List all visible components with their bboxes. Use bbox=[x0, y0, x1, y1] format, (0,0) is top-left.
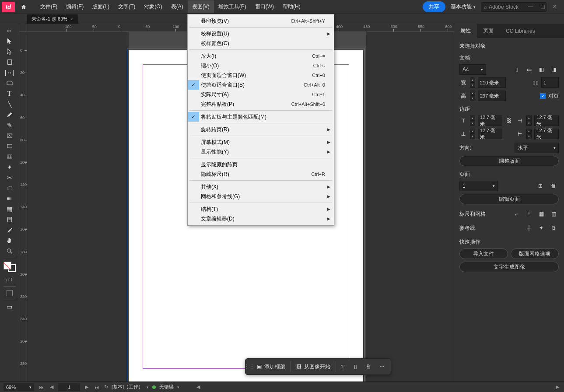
drag-handle-icon[interactable]: ⋮⋮ bbox=[247, 364, 252, 370]
type-tool[interactable]: T bbox=[3, 89, 17, 98]
place-icon-button[interactable]: ⎘ bbox=[362, 361, 374, 372]
binding-right-icon[interactable]: ◨ bbox=[548, 64, 559, 75]
gradient-swatch-tool[interactable] bbox=[3, 194, 17, 203]
margin-top-input[interactable]: 12.7 毫米 bbox=[478, 116, 502, 126]
menu-proof-setup[interactable]: 校样设置(U)▶ bbox=[188, 29, 334, 38]
menu-file[interactable]: 文件(F) bbox=[36, 0, 62, 13]
open-recent-icon[interactable]: ↻ bbox=[104, 384, 108, 390]
more-icon-button[interactable]: ⋯ bbox=[375, 361, 389, 372]
tab-properties[interactable]: 属性 bbox=[454, 24, 477, 38]
menu-structure[interactable]: 结构(T)▶ bbox=[188, 204, 334, 214]
note-tool[interactable] bbox=[3, 215, 17, 224]
menu-match-pasteboard[interactable]: ✓将粘贴板与主题颜色匹配(M) bbox=[188, 112, 334, 122]
gradient-feather-tool[interactable]: ▦ bbox=[3, 204, 17, 214]
toolbox-collapse-icon[interactable]: ▸▸ bbox=[3, 26, 17, 35]
chevron-down-icon[interactable]: ▾ bbox=[147, 385, 149, 389]
page-preset-select[interactable]: A4▾ bbox=[459, 64, 486, 75]
import-file-button[interactable]: 导入文件 bbox=[459, 248, 508, 259]
width-input[interactable]: 210 毫米 bbox=[478, 77, 506, 88]
menu-overprint-preview[interactable]: 叠印预览(V)Ctrl+Alt+Shift+Y bbox=[188, 16, 334, 26]
page-icon-button[interactable]: ▯ bbox=[350, 361, 361, 372]
link-margins-icon[interactable]: ⛓ bbox=[505, 118, 514, 124]
margin-left-input[interactable]: 12.7 毫米 bbox=[534, 116, 559, 126]
menu-display-performance[interactable]: 显示性能(Y)▶ bbox=[188, 147, 334, 157]
height-spinner[interactable]: ▴▾ bbox=[470, 91, 475, 101]
delete-page-icon[interactable]: 🗑 bbox=[548, 181, 559, 191]
chevron-down-icon[interactable]: ▾ bbox=[177, 385, 179, 389]
menu-grids-guides[interactable]: 网格和参考线(G)▶ bbox=[188, 192, 334, 201]
baseline-grid-icon[interactable]: ≡ bbox=[524, 209, 534, 219]
new-page-icon[interactable]: ⊞ bbox=[535, 181, 546, 191]
binding-left-icon[interactable]: ◧ bbox=[536, 64, 546, 75]
from-image-button[interactable]: 🖼 从图像开始 bbox=[292, 360, 335, 373]
ruler-origin[interactable] bbox=[19, 24, 27, 32]
facing-pages-checkbox[interactable]: ✓ bbox=[540, 93, 546, 99]
page-number-input[interactable]: 1 bbox=[58, 383, 80, 391]
close-tab-icon[interactable]: × bbox=[71, 16, 74, 21]
margin-left-spinner[interactable]: ▴▾ bbox=[526, 116, 532, 126]
menu-zoom-in[interactable]: 放大(I)Ctrl+= bbox=[188, 51, 334, 61]
snap-icon[interactable]: ⧉ bbox=[548, 223, 559, 233]
guides-toggle-icon[interactable]: ┼ bbox=[524, 223, 534, 233]
menu-type[interactable]: 文字(T) bbox=[114, 0, 140, 13]
menu-table[interactable]: 表(A) bbox=[167, 0, 188, 13]
menu-extras[interactable]: 其他(X)▶ bbox=[188, 182, 334, 192]
scissors-tool[interactable]: ✂ bbox=[3, 173, 17, 182]
menu-fit-page[interactable]: 使页面适合窗口(W)Ctrl+0 bbox=[188, 70, 334, 80]
pen-tool[interactable] bbox=[3, 110, 17, 119]
apply-color-icon[interactable] bbox=[3, 288, 17, 298]
menu-rotate-spread[interactable]: 旋转跨页(R)▶ bbox=[188, 125, 334, 134]
fill-stroke-swatch[interactable] bbox=[4, 262, 16, 272]
menu-hide-rulers[interactable]: 隐藏标尺(R)Ctrl+R bbox=[188, 169, 334, 179]
menu-layout[interactable]: 版面(L) bbox=[88, 0, 114, 13]
edit-pages-button[interactable]: 编辑页面 bbox=[459, 194, 559, 204]
preflight-status-label[interactable]: 无错误 bbox=[159, 384, 174, 390]
width-spinner[interactable]: ▴▾ bbox=[470, 77, 475, 88]
margin-right-input[interactable]: 12.7 毫米 bbox=[534, 129, 559, 139]
orientation-landscape-icon[interactable]: ▭ bbox=[524, 64, 534, 75]
text-to-image-tool[interactable]: ✦ bbox=[3, 162, 17, 172]
orientation-portrait-icon[interactable]: ▯ bbox=[511, 64, 522, 75]
zoom-level-select[interactable]: 69%▾ bbox=[4, 383, 34, 391]
scroll-left-button[interactable]: ◀ bbox=[195, 384, 201, 390]
selection-tool[interactable] bbox=[3, 36, 17, 46]
formatting-container-icon[interactable]: □ T bbox=[3, 275, 17, 284]
maximize-button[interactable]: ▢ bbox=[540, 4, 547, 10]
height-input[interactable]: 297 毫米 bbox=[478, 91, 506, 101]
smart-guides-icon[interactable]: ✦ bbox=[536, 223, 546, 233]
direct-selection-tool[interactable] bbox=[3, 47, 17, 56]
margin-right-spinner[interactable]: ▴▾ bbox=[526, 129, 532, 139]
menu-edit[interactable]: 编辑(E) bbox=[62, 0, 88, 13]
prev-page-button[interactable]: ◀ bbox=[49, 384, 55, 390]
menu-show-hidden-spreads[interactable]: 显示隐藏的跨页 bbox=[188, 160, 334, 169]
menu-entire-pasteboard[interactable]: 完整粘贴板(P)Ctrl+Alt+Shift+0 bbox=[188, 99, 334, 109]
first-page-button[interactable]: ⏮ bbox=[38, 385, 45, 390]
orientation-select[interactable]: 水平▾ bbox=[515, 143, 559, 153]
next-page-button[interactable]: ▶ bbox=[84, 384, 90, 390]
margin-top-spinner[interactable]: ▴▾ bbox=[470, 116, 475, 126]
layout-grid-icon[interactable]: ▥ bbox=[548, 209, 559, 219]
gap-tool[interactable]: |↔| bbox=[3, 68, 17, 77]
menu-view[interactable]: 视图(V) bbox=[188, 0, 214, 13]
page-tool[interactable] bbox=[3, 57, 17, 67]
eyedropper-tool[interactable] bbox=[3, 225, 17, 235]
document-tab[interactable]: 未命名-1 @ 69% × bbox=[27, 14, 78, 24]
line-tool[interactable]: ╲ bbox=[3, 99, 17, 109]
menu-proof-colors[interactable]: 校样颜色(C) bbox=[188, 38, 334, 48]
menu-object[interactable]: 对象(O) bbox=[140, 0, 166, 13]
menu-screen-mode[interactable]: 屏幕模式(M)▶ bbox=[188, 137, 334, 147]
close-button[interactable]: ✕ bbox=[553, 4, 560, 10]
margin-bottom-spinner[interactable]: ▴▾ bbox=[470, 129, 475, 139]
menu-window[interactable]: 窗口(W) bbox=[251, 0, 278, 13]
scroll-right-button[interactable]: ▶ bbox=[554, 384, 560, 390]
menu-actual-size[interactable]: 实际尺寸(A)Ctrl+1 bbox=[188, 90, 334, 99]
menu-help[interactable]: 帮助(H) bbox=[278, 0, 305, 13]
share-button[interactable]: 共享 bbox=[423, 1, 445, 12]
menu-fit-spread[interactable]: ✓使跨页适合窗口(S)Ctrl+Alt+0 bbox=[188, 80, 334, 90]
rectangle-tool[interactable] bbox=[3, 141, 17, 151]
text-to-image-button[interactable]: 文字生成图像 bbox=[459, 262, 559, 272]
margin-bottom-input[interactable]: 12.7 毫米 bbox=[478, 129, 502, 139]
pencil-tool[interactable]: ✎ bbox=[3, 120, 17, 130]
grid-options-button[interactable]: 版面网格选项 bbox=[511, 248, 559, 259]
vertical-ruler[interactable]: 0204060801001201401601802002202402602803… bbox=[19, 32, 27, 388]
